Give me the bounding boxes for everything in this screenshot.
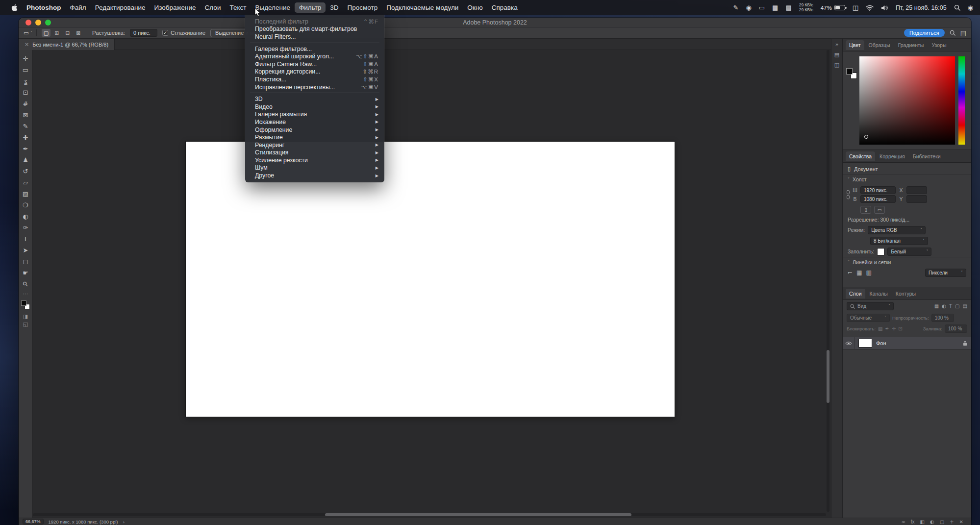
- keyboard-layout-icon[interactable]: ▦: [772, 4, 778, 11]
- panel-foreground-swatch[interactable]: [846, 68, 853, 75]
- rulers-icon[interactable]: ⌐: [848, 269, 853, 276]
- bit-depth-select[interactable]: 8 Бит/канал ˅: [870, 237, 928, 245]
- menu-item-camera-raw[interactable]: Фильтр Camera Raw... ⇧⌘A: [245, 60, 384, 68]
- link-dimensions-icon[interactable]: [846, 185, 851, 204]
- opacity-input[interactable]: 100 %: [931, 314, 954, 322]
- menu-item-adaptive-wide-angle[interactable]: Адаптивный широкий угол... ⌥⇧⌘A: [245, 52, 384, 60]
- layer-fill-input[interactable]: 100 %: [945, 325, 967, 333]
- width-input[interactable]: 1920 пикс.: [860, 186, 896, 194]
- eraser-tool-icon[interactable]: ▱: [20, 177, 31, 188]
- filter-shape-layers-icon[interactable]: ▢: [955, 303, 959, 309]
- x-input[interactable]: [906, 186, 927, 194]
- filter-type-layers-icon[interactable]: T: [949, 303, 952, 309]
- layer-effects-icon[interactable]: fx: [911, 519, 915, 525]
- foreground-color-swatch[interactable]: [21, 300, 26, 306]
- document-tab[interactable]: × Без имени-1 @ 66,7% (RGB/8): [19, 39, 115, 50]
- crop-tool-icon[interactable]: #: [20, 98, 31, 109]
- rulers-grids-section-header[interactable]: ˅ Линейки и сетки: [843, 257, 971, 267]
- menu-help[interactable]: Справка: [487, 2, 522, 13]
- antialias-checkbox[interactable]: ✓ Сглаживание: [162, 30, 205, 36]
- menu-item-other[interactable]: Другое ▶: [245, 172, 384, 179]
- menu-item-vanishing-point[interactable]: Исправление перспективы... ⌥⌘V: [245, 83, 384, 91]
- color-mode-select[interactable]: Цвета RGB ˅: [868, 226, 926, 234]
- new-layer-icon[interactable]: +: [950, 519, 954, 525]
- history-brush-tool-icon[interactable]: ↺: [20, 166, 31, 177]
- workspace-icon[interactable]: ▤: [960, 29, 966, 37]
- quick-mask-icon[interactable]: ◨: [20, 312, 31, 320]
- canvas-area[interactable]: [33, 50, 831, 518]
- adjustment-layer-icon[interactable]: ◐: [930, 519, 934, 525]
- share-button[interactable]: Поделиться: [904, 29, 945, 37]
- wifi-icon[interactable]: [866, 5, 874, 11]
- siri-icon[interactable]: ◉: [968, 4, 973, 11]
- tab-layers[interactable]: Слои: [846, 289, 865, 299]
- menu-item-filter-gallery[interactable]: Галерея фильтров...: [245, 45, 384, 53]
- menu-item-stylize[interactable]: Стилизация ▶: [245, 149, 384, 157]
- tool-preset-picker[interactable]: ▭ ˅: [24, 29, 37, 36]
- menu-file[interactable]: Файл: [66, 2, 91, 13]
- menu-item-render[interactable]: Рендеринг ▶: [245, 141, 384, 149]
- layer-filter-search[interactable]: Вид ˅: [847, 302, 894, 310]
- landscape-orientation-icon[interactable]: ▭: [874, 206, 885, 214]
- fill-select[interactable]: Белый ˅: [887, 248, 931, 256]
- brush-tool-icon[interactable]: ✒: [20, 143, 31, 154]
- filter-pixel-layers-icon[interactable]: ▦: [934, 303, 939, 309]
- dodge-tool-icon[interactable]: ◐: [20, 211, 31, 222]
- menu-edit[interactable]: Редактирование: [91, 2, 150, 13]
- menu-item-blur-gallery[interactable]: Галерея размытия ▶: [245, 111, 384, 119]
- horizontal-scrollbar[interactable]: [33, 513, 826, 516]
- stats-status-icon[interactable]: ▤: [785, 4, 791, 11]
- menu-select[interactable]: Выделение: [251, 2, 295, 13]
- canvas-section-header[interactable]: ˅ Холст: [843, 174, 971, 184]
- volume-icon[interactable]: [881, 5, 888, 11]
- color-picker-ring[interactable]: [864, 135, 868, 139]
- menu-window[interactable]: Окно: [463, 2, 487, 13]
- eyedropper-tool-icon[interactable]: ✎: [20, 121, 31, 132]
- lock-pixels-icon[interactable]: ✒: [885, 326, 889, 331]
- lock-all-icon[interactable]: ⊡: [898, 326, 902, 331]
- menu-item-sharpen[interactable]: Усиление резкости ▶: [245, 156, 384, 164]
- menu-item-pixelate[interactable]: Оформление ▶: [245, 126, 384, 134]
- object-selection-tool-icon[interactable]: ⊡: [20, 87, 31, 98]
- tab-patterns[interactable]: Узоры: [928, 40, 950, 50]
- document-canvas[interactable]: [186, 142, 675, 417]
- new-group-icon[interactable]: ▢: [940, 519, 944, 525]
- close-window-button[interactable]: [25, 20, 31, 25]
- hue-slider[interactable]: [958, 56, 965, 145]
- height-input[interactable]: 1080 пикс.: [860, 195, 896, 203]
- selection-mode-intersect[interactable]: ⊠: [74, 29, 83, 37]
- selection-mode-new[interactable]: ▢: [42, 29, 50, 37]
- pen-tool-icon[interactable]: ✑: [20, 222, 31, 233]
- gradient-tool-icon[interactable]: ▨: [20, 188, 31, 200]
- type-tool-icon[interactable]: T: [20, 233, 31, 245]
- tab-swatches[interactable]: Образцы: [865, 40, 894, 50]
- vertical-scrollbar-thumb[interactable]: [827, 350, 829, 403]
- blur-tool-icon[interactable]: ❍: [20, 200, 31, 211]
- lock-transparent-icon[interactable]: ▧: [878, 326, 882, 331]
- foreground-background-colors[interactable]: [21, 300, 30, 309]
- lock-position-icon[interactable]: ✛: [892, 326, 896, 331]
- tab-libraries[interactable]: Библиотеки: [909, 151, 944, 161]
- collapse-dock-icon[interactable]: »: [835, 41, 839, 48]
- selection-mode-subtract[interactable]: ⊟: [63, 29, 72, 37]
- layer-mask-icon[interactable]: ◧: [920, 519, 925, 525]
- menu-item-video[interactable]: Видео ▶: [245, 103, 384, 111]
- menu-photoshop[interactable]: Photoshop: [22, 2, 66, 13]
- vertical-scrollbar[interactable]: [827, 50, 829, 512]
- y-input[interactable]: [906, 195, 927, 203]
- menu-item-neural-filters[interactable]: Neural Filters...: [245, 33, 384, 41]
- path-selection-tool-icon[interactable]: ➤: [20, 245, 31, 256]
- apple-menu-icon[interactable]: [7, 2, 22, 13]
- lasso-tool-icon[interactable]: ʓ: [20, 75, 31, 87]
- tab-properties[interactable]: Свойства: [846, 151, 875, 161]
- menu-filter[interactable]: Фильтр: [295, 2, 326, 13]
- menubar-clock[interactable]: Пт, 25 нояб. 16:05: [896, 4, 947, 11]
- move-tool-icon[interactable]: ✛: [20, 53, 31, 64]
- menu-image[interactable]: Изображение: [150, 2, 201, 13]
- comments-panel-icon[interactable]: ◫: [834, 62, 839, 68]
- delete-layer-icon[interactable]: ✕: [959, 519, 963, 525]
- screen-mode-icon[interactable]: ◱: [20, 320, 31, 328]
- zoom-level[interactable]: 66,67%: [23, 519, 44, 525]
- control-center-icon[interactable]: ◫: [853, 4, 858, 11]
- tab-gradients[interactable]: Градиенты: [895, 40, 928, 50]
